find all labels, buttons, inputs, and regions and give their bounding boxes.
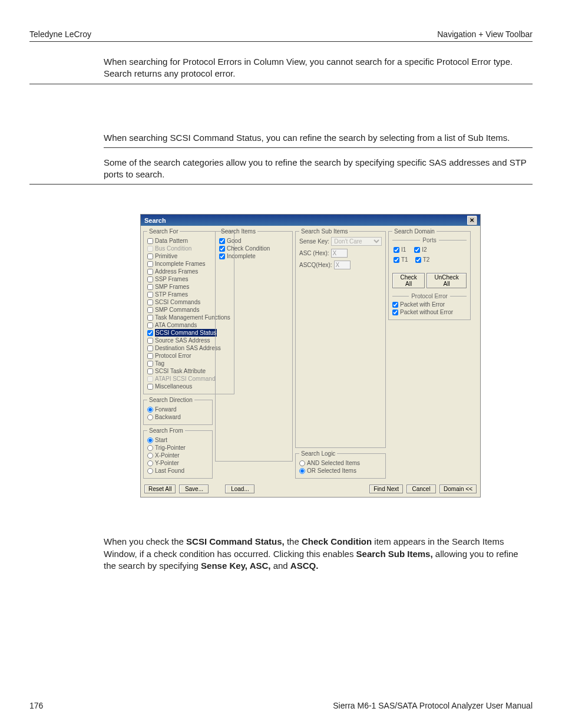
cancel-button[interactable]: Cancel [406, 485, 436, 493]
search-dialog: Search ✕ Search For Data PatternBus Cond… [140, 214, 481, 498]
radio-forward[interactable]: Forward [147, 406, 209, 413]
chk-good[interactable]: Good [219, 237, 289, 245]
radio-backward[interactable]: Backward [147, 413, 209, 421]
asc-input[interactable] [331, 249, 348, 258]
page-number: 176 [29, 701, 43, 710]
chk-incomplete[interactable]: Incomplete [219, 252, 289, 260]
chk-t1[interactable]: T1 [394, 256, 408, 263]
search-logic-group: Search Logic AND Selected Items OR Selec… [295, 450, 386, 479]
chk-check-condition[interactable]: Check Condition [219, 245, 289, 252]
ascq-label: ASCQ(Hex): [299, 262, 332, 268]
domain-button[interactable]: Domain << [439, 485, 477, 493]
uncheck-all-button[interactable]: UnCheck All [427, 273, 467, 288]
search-logic-legend: Search Logic [299, 450, 337, 457]
chk-t2[interactable]: T2 [415, 256, 430, 263]
asc-label: ASC (Hex): [299, 250, 329, 256]
protocol-error-legend: Protocol Error [409, 293, 450, 299]
reset-all-button[interactable]: Reset All [144, 485, 176, 493]
paragraph-3: Some of the search categories allow you … [104, 157, 533, 181]
radio-last[interactable]: Last Found [147, 467, 209, 475]
search-domain-group: Search Domain Ports I1 I2 T1 T2 [388, 228, 471, 320]
ports-legend: Ports [420, 237, 438, 243]
search-from-legend: Search From [147, 427, 185, 434]
save-button[interactable]: Save... [179, 485, 209, 493]
radio-trig[interactable]: Trig-Pointer [147, 444, 209, 452]
search-for-legend: Search For [147, 228, 180, 235]
search-direction-group: Search Direction Forward Backward [143, 397, 213, 425]
dialog-title: Search [144, 217, 166, 224]
search-direction-legend: Search Direction [147, 397, 194, 403]
dialog-title-bar: Search ✕ [141, 215, 480, 226]
chk-i1[interactable]: I1 [394, 246, 406, 253]
sense-key-label: Sense Key: [299, 238, 329, 245]
paragraph-4: When you check the SCSI Command Status, … [104, 536, 533, 572]
check-all-button[interactable]: Check All [392, 273, 425, 288]
radio-start[interactable]: Start [147, 436, 209, 444]
search-domain-legend: Search Domain [392, 228, 437, 235]
radio-or[interactable]: OR Selected Items [299, 467, 382, 475]
sense-key-select[interactable]: Don't Care [331, 237, 382, 246]
search-from-group: Search From Start Trig-Pointer X-Pointer… [143, 427, 213, 479]
find-next-button[interactable]: Find Next [369, 485, 403, 493]
radio-x[interactable]: X-Pointer [147, 452, 209, 459]
chk-packet-without-error[interactable]: Packet without Error [392, 308, 467, 316]
ascq-input[interactable] [334, 261, 351, 269]
header-left: Teledyne LeCroy [29, 29, 91, 39]
search-sub-items-group: Search Sub Items Sense Key: Don't Care A… [295, 228, 386, 448]
chk-packet-with-error[interactable]: Packet with Error [392, 301, 467, 308]
load-button[interactable]: Load... [225, 485, 254, 493]
radio-y[interactable]: Y-Pointer [147, 459, 209, 467]
radio-and[interactable]: AND Selected Items [299, 459, 382, 467]
chk-i2[interactable]: I2 [414, 246, 427, 253]
paragraph-2: When searching SCSI Command Status, you … [104, 132, 533, 144]
search-items-group: Search Items Good Check Condition Incomp… [215, 228, 293, 462]
close-icon[interactable]: ✕ [467, 216, 477, 225]
search-items-legend: Search Items [219, 228, 257, 235]
search-sub-items-legend: Search Sub Items [299, 228, 349, 235]
header-right: Navigation + View Toolbar [437, 29, 533, 39]
paragraph-1: When searching for Protocol Errors in Co… [104, 56, 533, 80]
manual-title: Sierra M6-1 SAS/SATA Protocol Analyzer U… [333, 701, 533, 710]
